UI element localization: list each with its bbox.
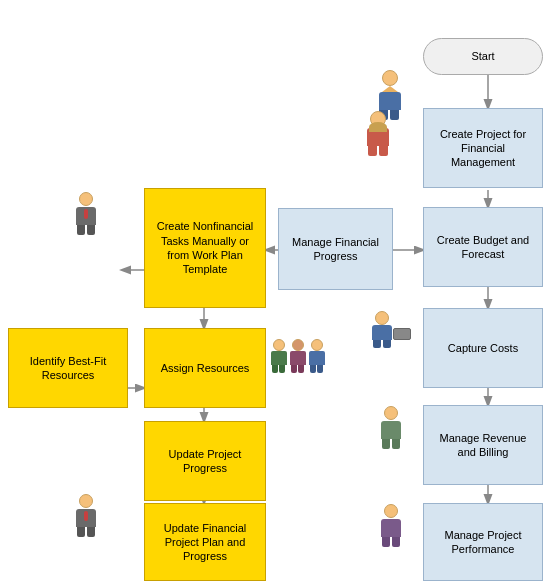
update-progress-node: Update Project Progress bbox=[144, 421, 266, 501]
manage-performance-label: Manage Project Performance bbox=[430, 528, 536, 557]
update-financial-node: Update Financial Project Plan and Progre… bbox=[144, 503, 266, 581]
manage-financial-node: Manage Financial Progress bbox=[278, 208, 393, 290]
create-project-label: Create Project for Financial Management bbox=[430, 127, 536, 170]
diagram: Start Create Project for Financial Manag… bbox=[0, 0, 552, 582]
update-financial-label: Update Financial Project Plan and Progre… bbox=[151, 521, 259, 564]
start-node: Start bbox=[423, 38, 543, 75]
capture-costs-label: Capture Costs bbox=[448, 341, 518, 355]
avatar-manage-revenue bbox=[373, 405, 409, 449]
assign-resources-label: Assign Resources bbox=[161, 361, 250, 375]
update-progress-label: Update Project Progress bbox=[151, 447, 259, 476]
manage-performance-node: Manage Project Performance bbox=[423, 503, 543, 581]
assign-resources-node: Assign Resources bbox=[144, 328, 266, 408]
avatar-group bbox=[270, 328, 325, 383]
capture-costs-node: Capture Costs bbox=[423, 308, 543, 388]
manage-revenue-node: Manage Revenue and Billing bbox=[423, 405, 543, 485]
identify-resources-label: Identify Best-Fit Resources bbox=[15, 354, 121, 383]
avatar-manage-performance bbox=[373, 503, 409, 547]
create-budget-node: Create Budget and Forecast bbox=[423, 207, 543, 287]
avatar-update-financial bbox=[68, 490, 104, 540]
create-nonfinancial-node: Create Nonfinancial Tasks Manually or fr… bbox=[144, 188, 266, 308]
avatar-left-top bbox=[68, 188, 104, 238]
start-label: Start bbox=[471, 49, 494, 63]
manage-financial-label: Manage Financial Progress bbox=[285, 235, 386, 264]
create-project-node: Create Project for Financial Management bbox=[423, 108, 543, 188]
create-budget-label: Create Budget and Forecast bbox=[430, 233, 536, 262]
manage-revenue-label: Manage Revenue and Billing bbox=[430, 431, 536, 460]
create-nonfinancial-label: Create Nonfinancial Tasks Manually or fr… bbox=[151, 219, 259, 276]
avatar-capture-costs bbox=[370, 308, 412, 350]
identify-resources-node: Identify Best-Fit Resources bbox=[8, 328, 128, 408]
avatar-middle-top bbox=[360, 108, 396, 158]
